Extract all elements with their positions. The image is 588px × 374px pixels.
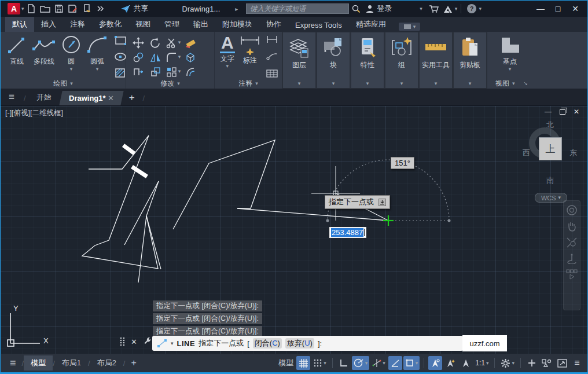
snap-toggle[interactable]: ▾ [311,356,328,370]
erase-tool[interactable] [185,37,196,49]
base-tool[interactable]: 基点 ▾ [495,34,524,72]
open-folder-icon[interactable] [38,2,52,15]
view-panel-label[interactable]: 视图▾ ↘ [487,79,587,89]
panel-group[interactable]: 组▾ [385,32,418,89]
annotation-panel-label[interactable]: 注释▾ [215,79,282,89]
drawing-canvas[interactable]: [-][俯视][二维线框] — ✕ 上 北 南 西 东 WCS▾ Y X [1,106,587,354]
command-close-icon[interactable]: ✕ [131,338,137,346]
polyline-tool[interactable]: 多段线 [30,34,58,67]
annotation-visibility-toggle[interactable] [428,356,442,370]
ribbon-display-toggle[interactable]: ▾ [399,23,421,31]
navigation-bar[interactable] [563,200,580,310]
viewcube-west[interactable]: 西 [523,148,530,158]
viewcube-top-face[interactable]: 上 [539,137,562,160]
leader-tool[interactable] [266,52,278,60]
qat-more-icon[interactable] [94,2,108,15]
tab-output[interactable]: 输出 [186,17,215,32]
text-caret-icon[interactable]: ▾ [226,64,229,69]
tab-close-icon[interactable]: ✕ [108,94,114,102]
viewcube-east[interactable]: 东 [569,148,577,158]
viewcube-north[interactable]: 北 [546,120,554,130]
trim-tool[interactable]: ▾ [166,37,181,49]
panel-properties[interactable]: 特性▾ [351,32,384,89]
array-tool[interactable]: ▾ [166,66,181,78]
mirror-tool[interactable] [150,52,161,63]
tab-view[interactable]: 视图 [128,17,157,32]
tab-layout1[interactable]: 布局1 [55,355,88,371]
viewcube[interactable]: 上 北 南 西 东 WCS▾ [524,122,576,209]
search-icon[interactable] [349,2,363,15]
wcs-selector[interactable]: WCS▾ [535,193,567,203]
orbit-icon[interactable] [566,254,578,264]
arc-caret-icon[interactable]: ▾ [96,67,99,72]
panel-layers[interactable]: 图层▾ [282,32,316,89]
autodesk-logo-icon[interactable] [441,2,455,15]
app-menu-button[interactable]: A [8,3,20,14]
close-button[interactable]: ✕ [567,2,584,16]
isodraft-toggle[interactable]: ▾ [370,356,387,370]
new-file-icon[interactable] [24,2,38,15]
scale-tool[interactable] [150,66,161,78]
save-as-icon[interactable] [66,2,80,15]
explode-tool[interactable] [185,52,196,63]
tab-default[interactable]: 默认 [5,17,34,32]
line-tool[interactable]: 直线 [4,34,30,67]
arc-tool[interactable]: 圆弧 ▾ [84,34,111,72]
grid-toggle[interactable] [296,356,310,370]
share-button[interactable]: 共享 [120,3,149,14]
save-icon[interactable] [52,2,66,15]
command-options-caret-icon[interactable]: ▾ [171,341,174,346]
file-tabs-menu-icon[interactable]: ≡ [5,91,21,105]
fillet-tool[interactable]: ▾ [166,52,181,63]
help-icon[interactable]: ? [465,2,479,15]
base-caret-icon[interactable]: ▾ [509,67,512,72]
viewport-controls[interactable]: [-][俯视][二维线框] [5,108,63,118]
stretch-tool[interactable] [133,66,144,78]
panel-utilities[interactable]: 实用工具▾ [419,32,453,89]
doc-close-icon[interactable]: ✕ [574,108,579,116]
offset-tool[interactable] [185,66,196,78]
tab-featured-apps[interactable]: 精选应用 [349,17,393,32]
command-grip-icon[interactable] [119,337,125,346]
zoom-extents-icon[interactable] [566,237,578,248]
command-line[interactable]: ▾ LINE 指定下一点或 [ 闭合(C) 放弃(U) ]: [152,336,463,351]
panel-launcher-icon[interactable]: ↘ [524,81,528,86]
pan-hand-icon[interactable] [567,221,577,232]
text-tool[interactable]: A 文字 ▾ [218,34,237,69]
annotation-autoscale-toggle[interactable] [443,356,457,370]
search-input[interactable] [246,3,349,14]
dim-linear-tool[interactable] [266,35,278,43]
title-flyout-icon[interactable]: ▸ [235,6,238,12]
autodesk-caret-icon[interactable]: ▾ [455,6,458,12]
signin-caret-icon[interactable]: ▾ [420,6,422,12]
object-snap-toggle[interactable]: ▾ [403,356,420,370]
statusbar-menu-icon[interactable]: ≡ [4,357,22,369]
tab-start[interactable]: 开始 [27,89,61,105]
isolate-objects-button[interactable] [540,356,554,370]
move-tool[interactable] [133,37,144,49]
wrench-icon[interactable] [143,337,152,346]
signin-label[interactable]: 登录 [377,3,392,14]
status-customize-menu[interactable]: ≡ [570,356,584,370]
panel-block[interactable]: 块▾ [317,32,350,89]
panel-clipboard[interactable]: 剪贴板▾ [453,32,487,89]
tab-express-tools[interactable]: Express Tools [288,19,349,32]
table-tool[interactable] [266,69,278,78]
tab-insert[interactable]: 插入 [34,17,63,32]
tab-layout2[interactable]: 布局2 [90,355,123,371]
copy-tool[interactable] [133,52,144,63]
tab-manage[interactable]: 管理 [157,17,186,32]
minimize-button[interactable]: — [532,2,549,16]
dimension-tool[interactable]: 标注 [237,34,263,65]
tab-collaborate[interactable]: 协作 [259,17,288,32]
tab-parametric[interactable]: 参数化 [92,17,128,32]
doc-restore-icon[interactable] [560,109,565,115]
circle-caret-icon[interactable]: ▾ [70,67,73,72]
tab-model[interactable]: 模型 [24,355,53,371]
draw-panel-label[interactable]: 绘图▾ [1,79,126,89]
scale-selector[interactable]: 1:1▾ [473,356,490,370]
rotate-tool[interactable] [150,37,161,49]
customization-gear-button[interactable]: ▾ [499,356,516,370]
help-caret-icon[interactable]: ▾ [479,6,482,12]
tab-annotate[interactable]: 注释 [63,17,92,32]
